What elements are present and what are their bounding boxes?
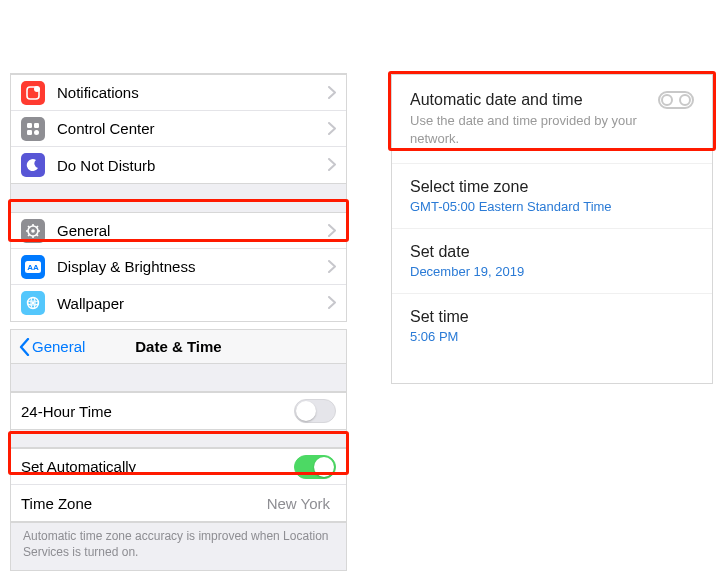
toggle-24h[interactable]	[294, 399, 336, 423]
auto-tz-group: Set Automatically Time Zone New York	[11, 448, 346, 522]
notifications-row[interactable]: Notifications	[11, 75, 346, 111]
chevron-right-icon	[328, 258, 336, 276]
do-not-disturb-row[interactable]: Do Not Disturb	[11, 147, 346, 183]
notifications-icon	[21, 81, 45, 105]
general-icon	[21, 219, 45, 243]
row-label: Notifications	[57, 84, 328, 101]
row-title: Automatic date and time	[410, 91, 658, 109]
date-time-group: 24-Hour Time	[11, 392, 346, 430]
footer-note: Automatic time zone accuracy is improved…	[11, 522, 346, 570]
display-brightness-row[interactable]: AADisplay & Brightness	[11, 249, 346, 285]
row-title: Select time zone	[410, 178, 694, 196]
row-value: 5:06 PM	[410, 329, 694, 344]
chevron-right-icon	[328, 222, 336, 240]
row-title: Set time	[410, 308, 694, 326]
row-label: Control Center	[57, 120, 328, 137]
back-label: General	[32, 338, 85, 355]
chevron-right-icon	[328, 84, 336, 102]
svg-rect-3	[34, 123, 39, 128]
row-set-automatically[interactable]: Set Automatically	[11, 449, 346, 485]
svg-line-12	[28, 226, 29, 227]
row-value: GMT-05:00 Eastern Standard Time	[410, 199, 694, 214]
row-set-date[interactable]: Set date December 19, 2019	[392, 229, 712, 294]
row-label: 24-Hour Time	[21, 403, 294, 420]
svg-line-14	[28, 234, 29, 235]
chevron-right-icon	[328, 294, 336, 312]
row-title: Set date	[410, 243, 694, 261]
row-label: Wallpaper	[57, 295, 328, 312]
ios-date-time-panel: General Date & Time 24-Hour Time Set Aut…	[10, 329, 347, 571]
android-date-time-panel: Automatic date and time Use the date and…	[391, 74, 713, 384]
ios-group-1: NotificationsControl CenterDo Not Distur…	[11, 74, 346, 184]
svg-point-1	[34, 86, 40, 92]
ios-group-separator	[11, 184, 346, 212]
control-center-row[interactable]: Control Center	[11, 111, 346, 147]
nav-bar: General Date & Time	[11, 330, 346, 364]
page-title: Date & Time	[135, 338, 221, 355]
general-row[interactable]: General	[11, 213, 346, 249]
row-24-hour-time[interactable]: 24-Hour Time	[11, 393, 346, 429]
ios-header-gap	[11, 364, 346, 392]
row-label: Time Zone	[21, 495, 267, 512]
ios-settings-panel: NotificationsControl CenterDo Not Distur…	[10, 73, 347, 322]
svg-rect-2	[27, 123, 32, 128]
svg-rect-4	[27, 130, 32, 135]
row-set-time[interactable]: Set time 5:06 PM	[392, 294, 712, 358]
control-center-icon	[21, 117, 45, 141]
toggle-set-automatically[interactable]	[294, 455, 336, 479]
dnd-icon	[21, 153, 45, 177]
svg-point-5	[34, 130, 39, 135]
ios-group-2: GeneralAADisplay & BrightnessWallpaper	[11, 212, 346, 322]
ios-group-separator	[11, 430, 346, 448]
row-value: December 19, 2019	[410, 264, 694, 279]
row-label: Do Not Disturb	[57, 157, 328, 174]
svg-point-21	[32, 302, 35, 305]
row-automatic-date-time[interactable]: Automatic date and time Use the date and…	[392, 75, 712, 164]
chevron-right-icon	[328, 120, 336, 138]
chevron-right-icon	[328, 156, 336, 174]
time-zone-value: New York	[267, 495, 330, 512]
row-label: Display & Brightness	[57, 258, 328, 275]
chevron-left-icon	[19, 338, 30, 356]
row-subtitle: Use the date and time provided by your n…	[410, 112, 658, 147]
row-label: Set Automatically	[21, 458, 294, 475]
display-icon: AA	[21, 255, 45, 279]
back-button[interactable]: General	[19, 330, 85, 363]
row-time-zone[interactable]: Time Zone New York	[11, 485, 346, 521]
svg-point-7	[31, 229, 35, 233]
row-label: General	[57, 222, 328, 239]
toggle-automatic-date-time[interactable]	[658, 91, 694, 109]
row-select-time-zone[interactable]: Select time zone GMT-05:00 Eastern Stand…	[392, 164, 712, 229]
svg-line-15	[37, 226, 38, 227]
svg-line-13	[37, 234, 38, 235]
wallpaper-row[interactable]: Wallpaper	[11, 285, 346, 321]
wallpaper-icon	[21, 291, 45, 315]
svg-text:AA: AA	[27, 263, 39, 272]
